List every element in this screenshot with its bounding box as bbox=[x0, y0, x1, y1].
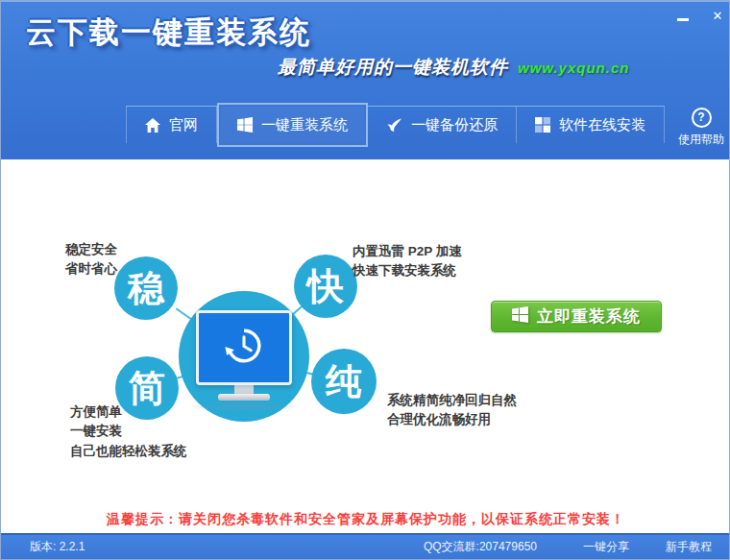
tab-label: 软件在线安装 bbox=[559, 116, 645, 134]
tab-label: 一键备份还原 bbox=[411, 116, 498, 134]
tutorial-button[interactable]: 新手教程 bbox=[666, 539, 712, 555]
help-button[interactable]: ? 使用帮助 bbox=[673, 108, 729, 148]
tab-label: 一键重装系统 bbox=[261, 116, 348, 134]
tab-official-site[interactable]: 官网 bbox=[126, 107, 217, 143]
monitor-screen bbox=[196, 310, 292, 385]
restore-history-icon bbox=[222, 324, 266, 372]
reinstall-now-button[interactable]: 立即重装系统 bbox=[491, 301, 662, 332]
feature-desc-simple: 方便简单 一键安装 自己也能轻松装系统 bbox=[70, 402, 187, 461]
windows-icon bbox=[512, 306, 528, 328]
minimize-button[interactable] bbox=[673, 9, 693, 24]
website-link[interactable]: www.yxqun.cn bbox=[518, 60, 629, 76]
tab-one-click-reinstall[interactable]: 一键重装系统 bbox=[217, 103, 368, 147]
tab-software-install[interactable]: 软件在线安装 bbox=[517, 107, 665, 143]
warning-tip: 温馨提示：请关闭您杀毒软件和安全管家及屏幕保护功能，以保证系统正常安装！ bbox=[1, 511, 730, 528]
tab-label: 官网 bbox=[169, 116, 198, 134]
feature-circle-pure: 纯 bbox=[311, 349, 377, 414]
share-button[interactable]: 一键分享 bbox=[583, 539, 629, 555]
reinstall-now-label: 立即重装系统 bbox=[537, 305, 641, 328]
feature-desc-fast: 内置迅雷 P2P 加速 快速下载安装系统 bbox=[353, 242, 462, 281]
status-bar: 版本: 2.2.1 QQ交流群:207479650 一键分享 新手教程 bbox=[1, 533, 730, 559]
monitor-shadow bbox=[186, 402, 302, 411]
feature-char: 纯 bbox=[326, 357, 362, 406]
close-button[interactable]: ✕ bbox=[708, 9, 727, 24]
window-controls: ✕ bbox=[673, 9, 727, 24]
windows-icon bbox=[237, 117, 253, 133]
bird-icon bbox=[386, 118, 402, 133]
slogan-text: 最简单好用的一键装机软件 bbox=[278, 57, 508, 77]
monitor-base bbox=[218, 394, 270, 401]
feature-desc-pure: 系统精简纯净回归自然 合理优化流畅好用 bbox=[387, 391, 517, 430]
feature-char: 稳 bbox=[128, 264, 164, 313]
monitor-stand bbox=[234, 385, 254, 394]
app-window: { "window": { "title": "云下载一键重装系统", "slo… bbox=[0, 0, 730, 560]
header: 云下载一键重装系统 ✕ 最简单好用的一键装机软件www.yxqun.cn 官网 … bbox=[1, 1, 730, 159]
home-icon bbox=[145, 118, 160, 133]
feature-desc-stable: 稳定安全 省时省心 bbox=[65, 240, 117, 280]
question-circle-icon: ? bbox=[692, 108, 712, 128]
feature-char: 快 bbox=[307, 262, 344, 311]
tab-backup-restore[interactable]: 一键备份还原 bbox=[368, 107, 517, 143]
slogan: 最简单好用的一键装机软件www.yxqun.cn bbox=[278, 55, 629, 80]
feature-circle-stable: 稳 bbox=[114, 256, 178, 320]
qq-group-label: QQ交流群:207479650 bbox=[424, 539, 537, 555]
app-title: 云下载一键重装系统 bbox=[26, 12, 311, 53]
center-circle bbox=[179, 291, 309, 422]
minimize-icon bbox=[677, 18, 689, 21]
feature-circle-fast: 快 bbox=[294, 255, 357, 318]
grid-icon bbox=[535, 117, 550, 133]
version-label: 版本: 2.2.1 bbox=[30, 539, 85, 555]
help-label: 使用帮助 bbox=[673, 132, 729, 148]
nav-tabs: 官网 一键重装系统 一键备份还原 软件在线安装 bbox=[126, 106, 665, 143]
